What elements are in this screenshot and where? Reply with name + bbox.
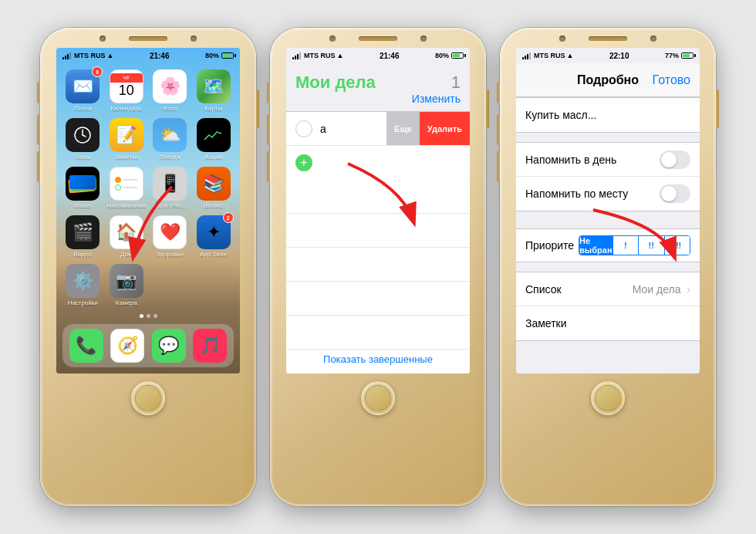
reminders-footer: Показать завершенные (286, 344, 470, 373)
sensor-3 (650, 35, 656, 42)
app-apple-iphone[interactable]: 📱 Apple iPho... (150, 167, 191, 209)
reminder-row-1[interactable]: а Еще Удалить (286, 112, 470, 146)
remind-location-label: Напомнить по месту (525, 188, 660, 200)
camera-label: Камера (116, 299, 137, 306)
priority-med[interactable]: !! (639, 236, 664, 255)
battery-icon (221, 52, 234, 59)
volume-up-button-3[interactable] (497, 114, 500, 145)
battery-icon-2 (451, 52, 464, 59)
weather-icon: ⛅ (153, 118, 187, 152)
home-button-3[interactable] (591, 381, 625, 415)
power-button-3[interactable] (716, 90, 719, 128)
battery-fill-2 (453, 54, 460, 57)
app-home[interactable]: 🏠 Дом (106, 215, 147, 258)
battery-percent-2: 80% (435, 52, 449, 59)
detail-section-1: Купить масл... (516, 97, 700, 133)
add-reminder-row[interactable]: + (286, 146, 470, 180)
wifi-icon-2: ▲ (337, 52, 344, 59)
priority-none[interactable]: Не выбран (579, 236, 613, 255)
app-maps[interactable]: 🗺️ Карты (194, 69, 235, 112)
volume-up-button-2[interactable] (267, 114, 270, 145)
remind-location-row[interactable]: Напомнить по месту (516, 177, 700, 211)
dock-music[interactable]: 🎵 (193, 329, 227, 363)
priority-label: Приорите (525, 239, 574, 252)
app-camera[interactable]: 📷 Камера (106, 264, 147, 306)
priority-row: Приорите Не выбран ! !! !!! (516, 229, 700, 262)
power-button-2[interactable] (486, 90, 489, 128)
time-label-2: 21:46 (380, 52, 400, 60)
volume-up-button[interactable] (37, 114, 40, 145)
signal-icon (62, 52, 71, 59)
dot-2 (147, 314, 150, 318)
app-reminders[interactable]: Напоминания (106, 167, 147, 209)
app-settings[interactable]: ⚙️ Настройки (62, 264, 103, 306)
home-button-inner-2 (365, 385, 391, 411)
remind-day-row[interactable]: Напомнить в день (516, 143, 700, 177)
app-health[interactable]: ❤️ Здоровье (150, 215, 191, 258)
appstore-label: App Store (200, 251, 228, 258)
home-button-2[interactable] (361, 381, 395, 415)
volume-down-button-2[interactable] (267, 151, 270, 182)
notes-row[interactable]: Заметки (516, 306, 700, 340)
delete-button[interactable]: Удалить (420, 112, 470, 145)
dot-3 (154, 314, 157, 318)
title-row[interactable]: Купить масл... (516, 98, 700, 132)
photos-label: Фото (163, 105, 177, 112)
more-button[interactable]: Еще (386, 112, 420, 145)
done-button[interactable]: Готово (653, 73, 690, 87)
show-completed-link[interactable]: Показать завершенные (323, 353, 433, 365)
app-notes[interactable]: 📝 Заметки (106, 118, 147, 161)
app-weather[interactable]: ⛅ Погода (150, 118, 191, 161)
app-clock[interactable]: Часы (62, 118, 103, 161)
dot-1 (140, 314, 143, 318)
priority-low[interactable]: ! (613, 236, 639, 255)
power-button[interactable] (256, 90, 259, 128)
volume-down-button-3[interactable] (497, 151, 500, 182)
phone-top (40, 28, 256, 42)
status-right-3: 77% (665, 52, 694, 59)
edit-button[interactable]: Изменить (412, 93, 461, 105)
app-wallet[interactable]: Wallet (62, 167, 103, 209)
app-stocks[interactable]: Акции (194, 118, 235, 161)
volume-down-button[interactable] (37, 151, 40, 182)
status-left-2: MTS RUS ▲ (292, 52, 343, 59)
reminders-count: 1 (451, 73, 461, 92)
mute-button-2[interactable] (267, 82, 270, 103)
stocks-icon (197, 118, 231, 152)
reminders-label: Напоминания (106, 202, 146, 209)
notes-label: Заметки (114, 154, 138, 161)
mute-button-3[interactable] (497, 82, 500, 103)
screen-2: MTS RUS ▲ 21:46 80% Мои дела 1 Изменить (286, 48, 470, 373)
app-appstore[interactable]: ✦ 2 App Store (194, 215, 235, 258)
status-right-2: 80% (435, 52, 464, 59)
list-row[interactable]: Список Мои дела › (516, 272, 700, 306)
app-ibooks[interactable]: 📚 iBooks (194, 167, 235, 209)
dock-safari[interactable]: 🧭 (110, 329, 144, 363)
battery-fill (223, 54, 230, 57)
front-camera-2 (329, 35, 336, 42)
weather-label: Погода (160, 154, 180, 161)
app-photos[interactable]: 🌸 Фото (150, 69, 191, 112)
mute-button[interactable] (37, 82, 40, 103)
dock-messages[interactable]: 💬 (152, 329, 186, 363)
chevron-icon: › (687, 283, 690, 296)
home-button-1[interactable] (131, 381, 165, 415)
clock-label: Часы (75, 154, 90, 161)
time-label-3: 22:10 (609, 52, 629, 60)
app-grid: ✉️ 8 Почта ЧТ 10 Календарь 🌸 Фото (56, 66, 240, 309)
phone-2: MTS RUS ▲ 21:46 80% Мои дела 1 Изменить (270, 28, 486, 506)
priority-high[interactable]: !!! (665, 236, 690, 255)
remind-day-toggle[interactable] (660, 150, 690, 169)
page-dots (56, 314, 240, 318)
time-label: 21:46 (150, 52, 170, 60)
line-4 (286, 282, 470, 316)
dock-phone[interactable]: 📞 (69, 329, 103, 363)
app-mail[interactable]: ✉️ 8 Почта (62, 69, 103, 112)
phone-3: MTS RUS ▲ 22:10 77% Подробно Готово Купи… (500, 28, 716, 506)
remind-location-toggle[interactable] (660, 184, 690, 203)
app-video[interactable]: 🎬 Видео (62, 215, 103, 258)
front-camera (100, 35, 106, 42)
speaker-2 (359, 36, 397, 41)
priority-options: Не выбран ! !! !!! (579, 235, 690, 255)
app-calendar[interactable]: ЧТ 10 Календарь (106, 69, 147, 112)
